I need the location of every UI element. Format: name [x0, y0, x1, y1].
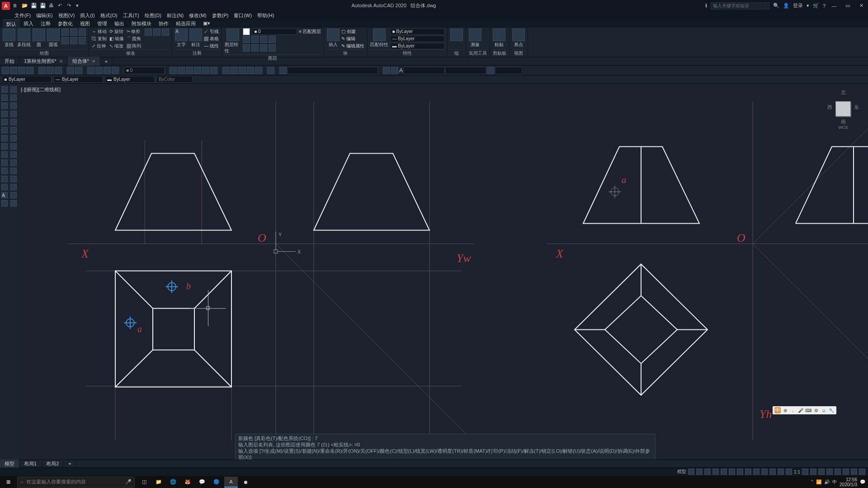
- mt-explode-icon[interactable]: [10, 200, 17, 206]
- tb-a-icon[interactable]: [170, 67, 177, 74]
- tb-g-icon[interactable]: [222, 67, 230, 74]
- lt-arc-icon[interactable]: [1, 127, 8, 133]
- status-model[interactable]: 模型: [677, 469, 686, 475]
- table-button[interactable]: ▦ 表格: [204, 36, 219, 42]
- tray-clock[interactable]: 12:562020/1/3: [840, 477, 857, 487]
- status-iso-icon[interactable]: [737, 469, 743, 475]
- explorer-icon[interactable]: 📁: [152, 477, 165, 488]
- linetype-combo[interactable]: — ByLayer: [53, 76, 103, 83]
- ime-emoji-icon[interactable]: ☺: [821, 407, 827, 413]
- status-ducs-icon[interactable]: [761, 469, 768, 475]
- mt-offset-icon[interactable]: [10, 111, 17, 117]
- ime-punct-icon[interactable]: ，: [790, 407, 796, 413]
- edit-attr-button[interactable]: ✎ 编辑属性: [341, 43, 364, 49]
- signin-icon[interactable]: 👤: [783, 3, 789, 9]
- layiso-icon[interactable]: [251, 44, 259, 52]
- scale-button[interactable]: ⤡ 缩放: [109, 43, 124, 49]
- mt-trim-icon[interactable]: [10, 160, 17, 166]
- lt-circle-icon[interactable]: [1, 135, 8, 141]
- lt-rect-icon[interactable]: [1, 119, 8, 125]
- dimstyle-combo[interactable]: [445, 67, 486, 74]
- lt-table-icon[interactable]: [1, 184, 8, 190]
- status-isolate-icon[interactable]: [835, 469, 841, 475]
- qat-open-icon[interactable]: 📂: [22, 3, 28, 9]
- qat-plot-icon[interactable]: 🖶: [49, 3, 55, 9]
- mt-array-icon[interactable]: [10, 119, 17, 125]
- tb-c-icon[interactable]: [186, 67, 193, 74]
- menu-help[interactable]: 帮助(H): [255, 11, 277, 19]
- laycur-icon[interactable]: [269, 36, 276, 43]
- viewcube-wcs[interactable]: WCS: [827, 125, 859, 130]
- qat-save-icon[interactable]: 💾: [31, 3, 37, 9]
- xline-icon[interactable]: [70, 37, 77, 44]
- tb-zoom-icon[interactable]: [95, 67, 103, 74]
- mt-extend-icon[interactable]: [10, 168, 17, 174]
- menu-tools[interactable]: 工具(T): [120, 11, 142, 19]
- tb-pan-icon[interactable]: [87, 67, 94, 74]
- tb-redo-icon[interactable]: [75, 67, 82, 74]
- infocenter-icon[interactable]: ℹ: [705, 3, 707, 9]
- tray-notif-icon[interactable]: 💬: [860, 479, 865, 484]
- group-icon[interactable]: [450, 28, 463, 41]
- tb-paste-icon[interactable]: [55, 67, 62, 74]
- color-combo[interactable]: ■ ByLayer: [2, 76, 52, 83]
- app-icon[interactable]: A: [2, 2, 10, 10]
- menu-format[interactable]: 格式(O): [98, 11, 120, 19]
- edit-block-button[interactable]: ✎ 编辑: [341, 36, 364, 42]
- status-ortho-icon[interactable]: [721, 469, 727, 475]
- help-search-input[interactable]: [711, 2, 769, 9]
- spline-icon[interactable]: [61, 37, 69, 44]
- circle-icon[interactable]: [33, 28, 45, 41]
- tb-cut-icon[interactable]: [38, 67, 46, 74]
- tray-net-icon[interactable]: 📶: [816, 479, 821, 484]
- leader-button[interactable]: ↙ 引线: [204, 28, 219, 35]
- dim-icon[interactable]: [189, 28, 202, 41]
- tray-ime-icon[interactable]: 中: [832, 479, 837, 485]
- tab-express[interactable]: 精选应用: [172, 19, 199, 28]
- mt-fillet-icon[interactable]: [10, 184, 17, 190]
- tab-insert[interactable]: 插入: [20, 19, 37, 28]
- lineweight-combo[interactable]: ▬ ByLayer: [105, 76, 155, 83]
- tb-undo-icon[interactable]: [67, 67, 74, 74]
- tab-layout2[interactable]: 布局2: [42, 460, 64, 468]
- tab-start[interactable]: 开始: [0, 57, 19, 66]
- lt-text-icon[interactable]: A: [1, 192, 8, 198]
- tb-h-icon[interactable]: [231, 67, 238, 74]
- arc-icon[interactable]: [47, 28, 60, 41]
- tab-addins[interactable]: 附加模块: [128, 19, 155, 28]
- status-clean-icon[interactable]: [851, 469, 857, 475]
- insert-icon[interactable]: [327, 28, 340, 41]
- ime-tool-icon[interactable]: 🔧: [828, 407, 835, 413]
- layuniso-icon[interactable]: [260, 44, 267, 52]
- lineweight-select[interactable]: ▬ ByLayer: [390, 43, 444, 49]
- tb-k-icon[interactable]: [255, 67, 262, 74]
- tb-ws-icon[interactable]: [279, 67, 287, 74]
- tb-open-icon[interactable]: [10, 67, 17, 74]
- array-button[interactable]: ▦ 阵列: [127, 43, 142, 49]
- tb-new-icon[interactable]: [2, 67, 9, 74]
- lt-xline-icon[interactable]: [1, 94, 8, 101]
- status-quick-icon[interactable]: [826, 469, 833, 475]
- lt-spline-icon[interactable]: [1, 143, 8, 150]
- tray-up-icon[interactable]: ˄: [811, 479, 813, 484]
- autocad-task-icon[interactable]: A: [224, 477, 238, 488]
- mt-stretch-icon[interactable]: [10, 151, 17, 158]
- mt-move-icon[interactable]: [10, 127, 17, 133]
- min-button[interactable]: —: [829, 3, 839, 9]
- qat-undo-icon[interactable]: ↶: [58, 3, 64, 9]
- text-icon[interactable]: A: [175, 28, 188, 41]
- qat-saveas-icon[interactable]: 💾: [40, 3, 46, 9]
- tb-l-icon[interactable]: [383, 67, 390, 74]
- menu-param[interactable]: 参数(P): [209, 11, 231, 19]
- layfreeze-icon[interactable]: [251, 36, 259, 43]
- hatch-icon[interactable]: [79, 28, 86, 36]
- obs-icon[interactable]: ⏺: [239, 477, 252, 488]
- lt-pline-icon[interactable]: [1, 103, 8, 109]
- tab-collab[interactable]: 协作: [155, 19, 172, 28]
- tab-parametric[interactable]: 参数化: [54, 19, 76, 28]
- status-custom-icon[interactable]: [859, 469, 865, 475]
- status-units-icon[interactable]: [818, 469, 825, 475]
- firefox-icon[interactable]: 🦊: [181, 477, 194, 488]
- erase-icon[interactable]: [145, 28, 152, 36]
- misc-combo[interactable]: [495, 67, 522, 74]
